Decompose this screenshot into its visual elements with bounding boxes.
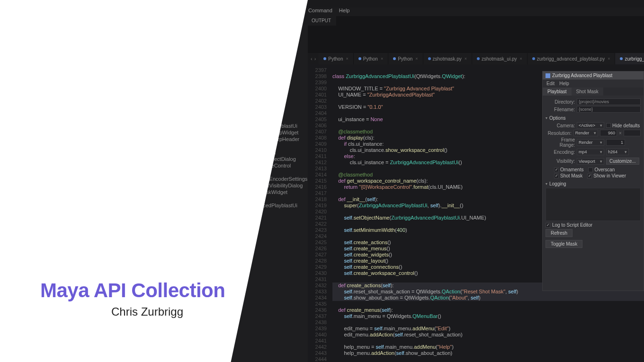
editor-tab[interactable]: zurbrigg_advanced_playblast_ui.py xyxy=(615,53,644,64)
tab-status-icon xyxy=(323,57,326,60)
tool-body: Directory: {project}/movies Filename: {s… xyxy=(543,96,644,291)
tool-tab-playblast[interactable]: Playblast xyxy=(543,88,572,96)
tab-label: zshotmask.py xyxy=(433,56,462,62)
shotmask-checkbox[interactable] xyxy=(554,174,559,178)
visibility-label: Visibility: xyxy=(546,159,575,164)
logging-section-header[interactable]: Logging xyxy=(546,181,641,186)
editor-tab[interactable]: zurbrigg_advanced_playblast.py× xyxy=(528,53,616,64)
resolution-width-field[interactable]: 960 xyxy=(600,130,617,136)
tab-nav-forward-icon[interactable]: › xyxy=(314,56,316,62)
log-output-area xyxy=(546,188,641,221)
editor-tab[interactable]: zshotmask_ui.py× xyxy=(472,53,528,64)
tool-menu-edit[interactable]: Edit xyxy=(546,81,555,86)
editor-tab[interactable]: zshotmask.py× xyxy=(423,53,472,64)
resolution-label: Resolution: xyxy=(546,131,572,136)
customize-button[interactable]: Customize... xyxy=(606,158,639,165)
toggle-mask-button[interactable]: Toggle Mask xyxy=(546,240,582,248)
hide-defaults-checkbox[interactable] xyxy=(606,123,611,128)
tab-status-icon xyxy=(477,57,480,60)
tab-status-icon xyxy=(428,57,431,60)
resolution-height-field[interactable] xyxy=(624,130,641,136)
directory-label: Directory: xyxy=(546,99,575,105)
overscan-checkbox[interactable] xyxy=(588,168,593,172)
output-body xyxy=(308,26,644,53)
ornaments-checkbox[interactable] xyxy=(554,168,559,172)
tool-window-title: Zurbrigg Advanced Playblast xyxy=(552,73,612,78)
tab-label: zshotmask_ui.py xyxy=(482,56,517,62)
tab-status-icon xyxy=(620,57,623,60)
hide-defaults-label: Hide defaults xyxy=(612,123,640,128)
editor-tab[interactable]: Python× xyxy=(319,53,353,64)
editor-tab-strip: ‹ › Python×Python×Python×zshotmask.py×zs… xyxy=(308,53,644,64)
encoding-preset-dropdown[interactable]: h264 xyxy=(606,149,629,155)
promo-title: Maya API Collection xyxy=(40,279,225,302)
camera-label: Camera: xyxy=(546,123,575,128)
options-section-header[interactable]: Options xyxy=(546,115,641,121)
tool-window-titlebar[interactable]: Zurbrigg Advanced Playblast xyxy=(543,71,644,79)
framerange-start-field[interactable]: 1 xyxy=(606,139,625,146)
tab-label: zurbrigg_advanced_playblast_ui.py xyxy=(625,56,644,62)
tool-window-menubar: Edit Help xyxy=(543,79,644,88)
log-to-script-checkbox[interactable] xyxy=(546,223,550,228)
shotmask-label: Shot Mask xyxy=(560,173,582,178)
tab-status-icon xyxy=(358,57,361,60)
tab-close-icon[interactable]: × xyxy=(608,56,610,61)
editor-tab[interactable]: Python× xyxy=(388,53,423,64)
tab-close-icon[interactable]: × xyxy=(346,56,348,61)
framerange-label: Frame Range: xyxy=(546,137,575,148)
encoding-label: Encoding: xyxy=(546,150,575,155)
tab-nav-back-icon[interactable]: ‹ xyxy=(311,56,313,62)
showinviewer-label: Show in Viewer xyxy=(593,173,626,178)
tab-close-icon[interactable]: × xyxy=(519,56,522,61)
tab-label: Python xyxy=(398,56,412,62)
playblast-tool-window: Zurbrigg Advanced Playblast Edit Help Pl… xyxy=(542,71,644,291)
tool-tab-shotmask[interactable]: Shot Mask xyxy=(572,88,603,96)
tab-close-icon[interactable]: × xyxy=(465,56,467,61)
tab-label: Python xyxy=(328,56,343,62)
promo-author: Chris Zurbrigg xyxy=(111,305,183,318)
menu-help[interactable]: Help xyxy=(339,8,350,16)
menu-command[interactable]: Command xyxy=(308,8,332,16)
log-to-script-label: Log to Script Editor xyxy=(552,222,592,228)
overscan-label: Overscan xyxy=(594,167,615,172)
tool-menu-help[interactable]: Help xyxy=(559,81,569,86)
tab-close-icon[interactable]: × xyxy=(415,56,418,61)
editor-gutter: 2397239823992400240124022403240424052406… xyxy=(308,64,331,362)
tool-tabs: Playblast Shot Mask xyxy=(543,88,644,96)
tab-label: zurbrigg_advanced_playblast.py xyxy=(537,56,605,62)
tab-status-icon xyxy=(393,57,396,60)
filename-field[interactable]: {scene} xyxy=(577,106,641,113)
tab-status-icon xyxy=(532,57,535,60)
output-tab[interactable]: OUTPUT xyxy=(308,16,336,26)
framerange-dropdown[interactable]: Render xyxy=(577,139,604,146)
camera-dropdown[interactable]: <Active> xyxy=(577,122,604,129)
tab-close-icon[interactable]: × xyxy=(381,56,383,61)
editor-tab[interactable]: Python× xyxy=(354,53,388,64)
directory-field[interactable]: {project}/movies xyxy=(577,98,641,105)
showinviewer-checkbox[interactable] xyxy=(587,174,592,178)
tool-window-icon xyxy=(546,73,550,78)
encoding-dropdown[interactable]: mp4 xyxy=(577,149,604,155)
filename-label: Filename: xyxy=(546,107,575,112)
resolution-dropdown[interactable]: Render xyxy=(573,130,598,136)
ornaments-label: Ornaments xyxy=(560,167,583,172)
tab-label: Python xyxy=(363,56,378,62)
refresh-button[interactable]: Refresh xyxy=(546,229,572,237)
visibility-dropdown[interactable]: Viewport xyxy=(577,158,604,165)
